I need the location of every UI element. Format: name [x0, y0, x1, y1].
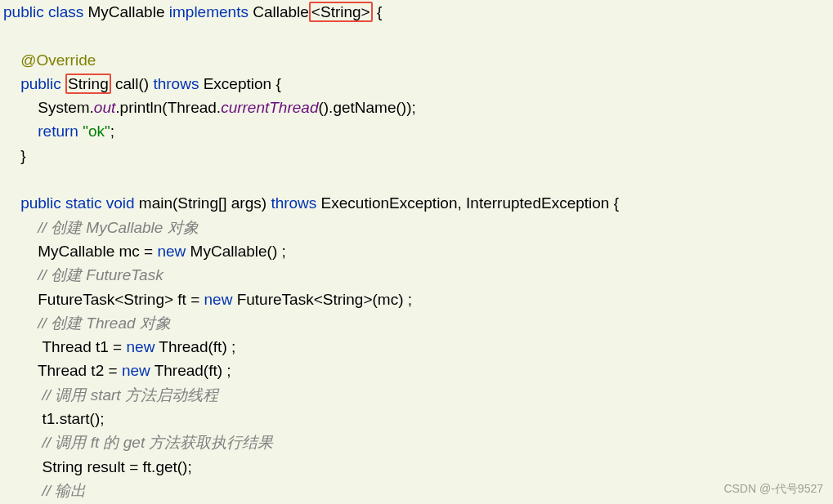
code-line: // 创建 Thread 对象 [3, 314, 171, 332]
semicolon: ; [110, 123, 114, 140]
interface-name: Callable [253, 3, 309, 20]
code-text: Thread(ft) ; [150, 362, 231, 379]
code-line: // 调用 start 方法启动线程 [3, 386, 218, 404]
keyword: public [20, 75, 61, 92]
code-line: System.out.println(Thread.currentThread(… [3, 99, 416, 116]
code-line: Thread t1 = new Thread(ft) ; [3, 338, 235, 355]
code-block: public class MyCallable implements Calla… [0, 0, 833, 504]
method-name: main [135, 194, 172, 212]
comment: // 创建 FutureTask [38, 266, 163, 283]
code-line: FutureTask<String> ft = new FutureTask<S… [3, 291, 412, 308]
code-text: String result = ft.get(); [43, 458, 192, 475]
keyword: public static void [20, 194, 134, 212]
code-line: Thread t2 = new Thread(ft) ; [3, 362, 231, 379]
keyword: new [157, 243, 186, 260]
highlight-box-returntype: String [65, 74, 111, 94]
keyword: throws [271, 194, 316, 212]
comment: // 创建 MyCallable 对象 [38, 219, 198, 236]
keyword: new [127, 338, 155, 355]
code-line: public class MyCallable implements Calla… [3, 2, 382, 22]
code-line: // 创建 FutureTask [3, 266, 163, 283]
code-text: System. [38, 99, 94, 116]
brace: { [373, 3, 383, 20]
code-text: MyCallable mc = [38, 243, 157, 260]
static-method: currentThread [221, 99, 318, 116]
parens: () [139, 75, 154, 92]
code-text: MyCallable() ; [186, 243, 285, 260]
static-field: out [94, 99, 115, 116]
highlight-box-generic: <String> [309, 2, 373, 22]
code-text: ().getName()); [318, 99, 415, 116]
class-name: MyCallable [88, 3, 165, 20]
code-line: @Override [3, 51, 96, 69]
string-literal: "ok" [83, 123, 110, 140]
args: (String[] args) [172, 194, 271, 212]
code-line: public static void main(String[] args) t… [3, 194, 619, 212]
brace: } [20, 147, 25, 164]
comment: // 调用 start 方法启动线程 [43, 386, 218, 404]
code-line: String result = ft.get(); [3, 458, 192, 475]
code-line: MyCallable mc = new MyCallable() ; [3, 243, 286, 260]
code-text: Thread t1 = [38, 338, 126, 355]
code-line: public String call() throws Exception { [3, 74, 281, 94]
comment: // 调用 ft 的 get 方法获取执行结果 [43, 434, 274, 451]
watermark: CSDN @-代号9527 [723, 477, 823, 501]
keyword: return [38, 123, 78, 140]
code-text: Thread(ft) ; [155, 338, 235, 355]
code-text: FutureTask<String>(mc) ; [232, 291, 412, 308]
code-line: } [3, 147, 25, 164]
keyword: implements [169, 3, 249, 20]
keyword: public class [3, 3, 83, 20]
code-line: // 调用 ft 的 get 方法获取执行结果 [3, 434, 273, 451]
exception: ExecutionException, InterruptedException… [316, 194, 619, 212]
code-text: Thread t2 = [38, 362, 122, 379]
code-text: t1.start(); [43, 410, 105, 427]
comment: // 输出 [43, 482, 87, 499]
keyword: new [122, 362, 150, 379]
comment: // 创建 Thread 对象 [38, 314, 171, 332]
code-line: // 输出 [3, 482, 86, 499]
exception: Exception { [199, 75, 280, 92]
code-line: t1.start(); [3, 410, 105, 427]
annotation: @Override [20, 51, 96, 69]
keyword: new [204, 291, 233, 308]
keyword: throws [153, 75, 199, 92]
code-text: FutureTask<String> ft = [38, 291, 204, 308]
method-name: call [115, 75, 139, 92]
code-line: // 创建 MyCallable 对象 [3, 219, 199, 236]
code-text: .println(Thread. [115, 99, 221, 116]
code-line: return "ok"; [3, 123, 114, 140]
